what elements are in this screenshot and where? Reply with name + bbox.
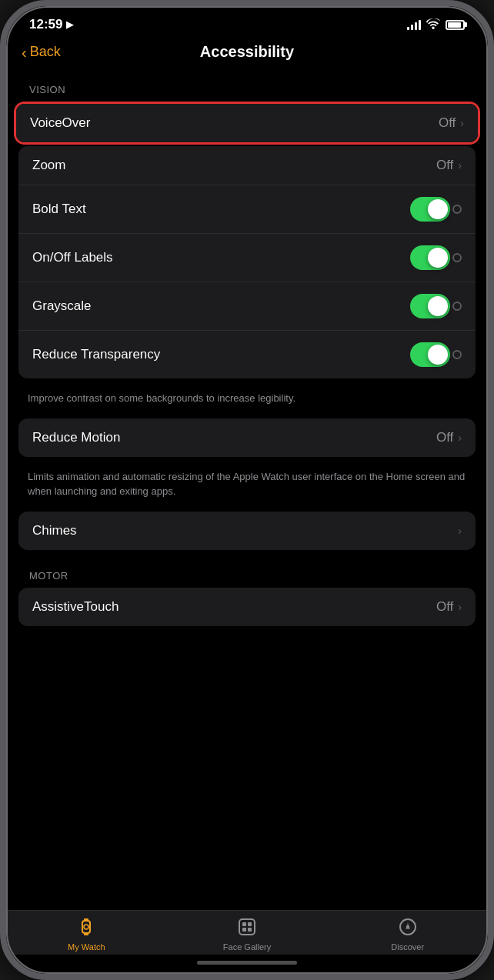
tab-my-watch-label: My Watch xyxy=(68,942,105,952)
silent-switch xyxy=(0,160,2,206)
reduce-motion-group: Reduce Motion Off › xyxy=(18,418,476,457)
zoom-value: Off xyxy=(436,158,453,173)
my-watch-icon xyxy=(76,917,96,940)
vision-description: Improve contrast on some backgrounds to … xyxy=(6,385,488,418)
svg-rect-1 xyxy=(84,918,88,922)
svg-rect-2 xyxy=(84,932,88,935)
wifi-icon xyxy=(426,18,440,32)
reduce-motion-description: Limits animation and automatic resizing … xyxy=(6,463,488,512)
zoom-right: Off › xyxy=(436,158,462,173)
svg-rect-7 xyxy=(242,928,246,932)
reduce-transparency-row[interactable]: Reduce Transparency xyxy=(18,331,476,378)
assistivetouch-row[interactable]: AssistiveTouch Off › xyxy=(18,588,476,626)
voiceover-group: VoiceOver Off › xyxy=(16,104,478,142)
grayscale-label: Grayscale xyxy=(32,298,92,314)
motor-section-label: MOTOR xyxy=(6,556,488,588)
motor-settings-group: AssistiveTouch Off › xyxy=(18,588,476,626)
reduce-transparency-toggle[interactable] xyxy=(410,342,450,367)
voiceover-chevron-icon: › xyxy=(460,117,464,129)
home-bar xyxy=(197,961,297,965)
home-indicator xyxy=(6,955,488,974)
status-bar: 12:59 ▶ xyxy=(6,6,488,37)
grayscale-toggle[interactable] xyxy=(410,294,450,318)
tab-discover-label: Discover xyxy=(391,942,424,952)
voiceover-value: Off xyxy=(439,115,456,131)
onoff-labels-row[interactable]: On/Off Labels xyxy=(18,234,476,282)
status-icons xyxy=(407,18,465,32)
signal-bar-1 xyxy=(407,27,409,30)
zoom-chevron-icon: › xyxy=(458,159,462,172)
reduce-motion-value: Off xyxy=(436,430,453,445)
signal-bar-4 xyxy=(419,20,421,30)
back-chevron-icon: ‹ xyxy=(22,45,27,60)
assistivetouch-label: AssistiveTouch xyxy=(32,599,118,615)
signal-bar-3 xyxy=(415,22,417,30)
tab-bar: My Watch Face Gallery xyxy=(6,910,488,955)
signal-bar-2 xyxy=(411,25,413,30)
bold-text-toggle[interactable] xyxy=(410,197,450,222)
reduce-transparency-label: Reduce Transparency xyxy=(32,347,160,362)
nav-header: ‹ Back Accessibility xyxy=(6,37,488,70)
assistivetouch-right: Off › xyxy=(436,599,462,615)
tab-face-gallery[interactable]: Face Gallery xyxy=(167,917,328,952)
assistivetouch-value: Off xyxy=(436,599,453,615)
page-title: Accessibility xyxy=(200,43,294,61)
bold-text-label: Bold Text xyxy=(32,202,86,217)
chimes-right: › xyxy=(458,525,462,537)
reduce-transparency-toggle-container xyxy=(410,342,462,367)
onoff-labels-indicator xyxy=(452,253,462,262)
voiceover-label: VoiceOver xyxy=(30,115,90,131)
bold-text-row[interactable]: Bold Text xyxy=(18,185,476,234)
svg-point-11 xyxy=(406,925,409,928)
location-icon: ▶ xyxy=(66,19,73,30)
vision-settings-group: Zoom Off › Bold Text O xyxy=(18,146,476,378)
svg-rect-5 xyxy=(242,922,246,926)
status-time: 12:59 ▶ xyxy=(29,17,73,32)
voiceover-highlight-container: VoiceOver Off › xyxy=(14,102,480,145)
onoff-labels-toggle-thumb xyxy=(428,248,448,268)
svg-rect-6 xyxy=(248,922,252,926)
back-label: Back xyxy=(30,44,61,60)
signal-bars xyxy=(407,19,421,30)
bold-text-toggle-thumb xyxy=(428,199,448,219)
back-button[interactable]: ‹ Back xyxy=(22,44,61,60)
grayscale-indicator xyxy=(452,302,462,311)
tab-my-watch[interactable]: My Watch xyxy=(6,917,167,952)
zoom-label: Zoom xyxy=(32,158,65,173)
chimes-group: Chimes › xyxy=(18,512,476,550)
tab-discover[interactable]: Discover xyxy=(327,917,488,952)
svg-rect-4 xyxy=(239,919,255,935)
reduce-motion-row[interactable]: Reduce Motion Off › xyxy=(18,418,476,457)
onoff-labels-toggle-container xyxy=(410,245,462,270)
assistivetouch-chevron-icon: › xyxy=(458,601,462,613)
svg-point-3 xyxy=(84,925,88,929)
discover-icon xyxy=(398,917,418,940)
reduce-motion-chevron-icon: › xyxy=(458,432,462,444)
time-display: 12:59 xyxy=(29,17,62,32)
volume-down-button xyxy=(0,298,2,360)
zoom-row[interactable]: Zoom Off › xyxy=(18,146,476,185)
grayscale-toggle-container xyxy=(410,294,462,318)
grayscale-row[interactable]: Grayscale xyxy=(18,282,476,331)
reduce-motion-right: Off › xyxy=(436,430,462,445)
volume-up-button xyxy=(0,222,2,283)
face-gallery-icon xyxy=(237,917,257,940)
bold-text-toggle-container xyxy=(410,197,462,222)
onoff-labels-toggle[interactable] xyxy=(410,245,450,270)
phone-frame: 12:59 ▶ xyxy=(0,0,494,980)
chimes-row[interactable]: Chimes › xyxy=(18,512,476,550)
battery-body xyxy=(446,20,465,30)
battery-fill xyxy=(448,22,461,28)
bold-text-indicator xyxy=(452,205,462,214)
voiceover-right: Off › xyxy=(439,115,464,131)
reduce-transparency-toggle-thumb xyxy=(428,345,448,365)
scroll-content[interactable]: VISION VoiceOver Off › Zoom xyxy=(6,70,488,910)
onoff-labels-label: On/Off Labels xyxy=(32,250,113,265)
voiceover-row[interactable]: VoiceOver Off › xyxy=(16,104,478,142)
tab-face-gallery-label: Face Gallery xyxy=(223,942,271,952)
vision-section-label: VISION xyxy=(6,70,488,102)
reduce-motion-label: Reduce Motion xyxy=(32,430,120,445)
chimes-chevron-icon: › xyxy=(458,525,462,537)
screen: 12:59 ▶ xyxy=(6,6,488,974)
svg-rect-8 xyxy=(248,928,252,932)
